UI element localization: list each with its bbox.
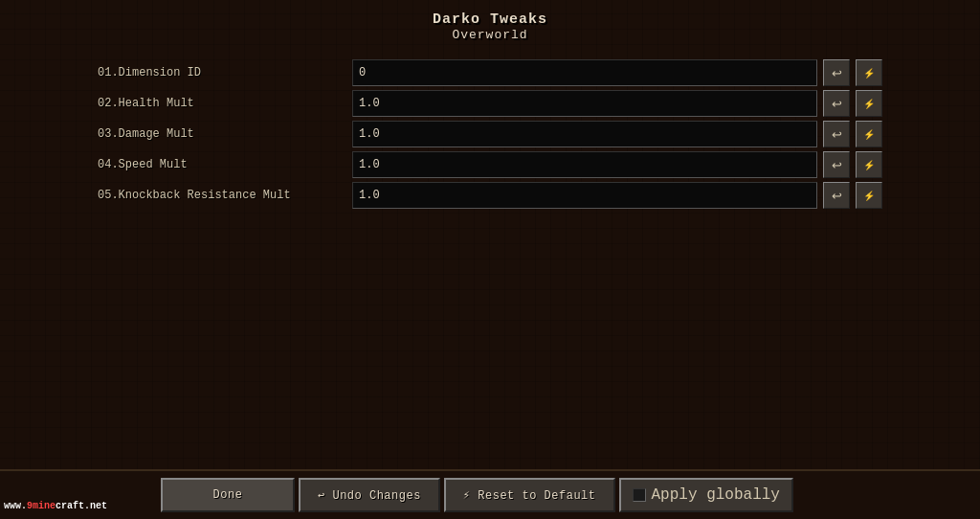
undo-icon: ↩ <box>832 158 842 172</box>
apply-globally-wrapper[interactable]: Apply globally <box>619 478 793 512</box>
setting-row-knockback-resistance-mult: 05.Knockback Resistance Mult↩⚡ <box>98 182 882 209</box>
setting-row-health-mult: 02.Health Mult↩⚡ <box>98 90 882 117</box>
reset-icon: ⚡ <box>863 129 875 140</box>
apply-globally-label: Apply globally <box>652 486 780 504</box>
undo-button[interactable]: ↩ Undo Changes <box>299 478 440 512</box>
setting-undo-knockback-resistance-mult[interactable]: ↩ <box>823 182 850 209</box>
reset-icon: ⚡ <box>863 191 875 201</box>
apply-globally-checkbox[interactable] <box>633 488 646 502</box>
setting-row-damage-mult: 03.Damage Mult↩⚡ <box>98 121 882 147</box>
setting-reset-damage-mult[interactable]: ⚡ <box>856 121 882 147</box>
bottom-bar: Done ↩ Undo Changes ⚡ Reset to Default A… <box>0 469 980 519</box>
main-container: Darko Tweaks Overworld 01.Dimension ID↩⚡… <box>0 0 980 519</box>
undo-icon: ↩ <box>832 97 842 111</box>
setting-undo-dimension-id[interactable]: ↩ <box>823 59 850 86</box>
setting-input-speed-mult[interactable] <box>352 151 817 178</box>
title-area: Darko Tweaks Overworld <box>433 11 547 42</box>
setting-label-damage-mult: 03.Damage Mult <box>98 127 346 141</box>
reset-icon: ⚡ <box>863 99 875 109</box>
reset-button[interactable]: ⚡ Reset to Default <box>444 478 615 512</box>
undo-label: Undo Changes <box>332 489 420 503</box>
reset-icon: ⚡ <box>863 68 875 79</box>
setting-row-dimension-id: 01.Dimension ID↩⚡ <box>98 59 882 86</box>
setting-input-health-mult[interactable] <box>352 90 817 117</box>
setting-undo-health-mult[interactable]: ↩ <box>823 90 850 117</box>
app-subtitle: Overworld <box>433 28 547 42</box>
setting-reset-dimension-id[interactable]: ⚡ <box>856 59 882 86</box>
setting-label-speed-mult: 04.Speed Mult <box>98 158 346 171</box>
setting-reset-knockback-resistance-mult[interactable]: ⚡ <box>856 182 882 209</box>
undo-icon: ↩ <box>832 66 842 80</box>
reset-label: Reset to Default <box>478 489 595 503</box>
setting-undo-speed-mult[interactable]: ↩ <box>823 151 850 178</box>
watermark: www.9minecraft.net <box>4 501 107 511</box>
setting-undo-damage-mult[interactable]: ↩ <box>823 121 850 147</box>
setting-input-damage-mult[interactable] <box>352 121 817 147</box>
setting-reset-speed-mult[interactable]: ⚡ <box>856 151 882 178</box>
undo-icon: ↩ <box>832 189 842 203</box>
undo-icon: ↩ <box>832 127 842 142</box>
settings-panel: 01.Dimension ID↩⚡02.Health Mult↩⚡03.Dama… <box>98 59 882 209</box>
setting-label-dimension-id: 01.Dimension ID <box>98 66 346 79</box>
app-title: Darko Tweaks <box>433 11 547 28</box>
setting-reset-health-mult[interactable]: ⚡ <box>856 90 882 117</box>
setting-input-knockback-resistance-mult[interactable] <box>352 182 817 209</box>
setting-label-health-mult: 02.Health Mult <box>98 97 346 110</box>
setting-label-knockback-resistance-mult: 05.Knockback Resistance Mult <box>98 189 346 202</box>
setting-row-speed-mult: 04.Speed Mult↩⚡ <box>98 151 882 178</box>
done-button[interactable]: Done <box>161 478 295 512</box>
reset-icon: ⚡ <box>863 160 875 170</box>
undo-prefix-icon: ↩ <box>318 489 332 503</box>
reset-prefix-icon: ⚡ <box>463 489 478 503</box>
setting-input-dimension-id[interactable] <box>352 59 817 86</box>
